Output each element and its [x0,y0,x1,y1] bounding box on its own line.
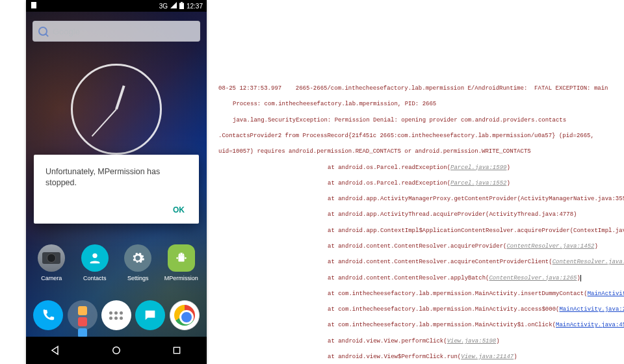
android-icon [168,244,195,272]
app-camera[interactable]: Camera [32,244,70,281]
log-line: at android.os.Parcel.readException(Parce… [218,164,619,172]
settings-icon [124,244,151,272]
log-line: at com.inthecheesefactory.lab.mpermissio… [218,306,619,313]
favorites-tray [26,300,207,330]
svg-rect-5 [178,255,184,261]
app-label: Settings [119,275,157,281]
svg-point-6 [176,257,178,259]
log-line: at android.content.ContentResolver.acqui… [218,242,619,250]
search-icon [38,27,47,36]
svg-marker-1 [170,2,177,8]
app-contacts[interactable]: Contacts [76,244,114,281]
svg-point-11 [113,347,120,354]
svg-rect-3 [179,3,184,9]
svg-point-7 [185,257,187,259]
clock-widget[interactable] [71,64,162,155]
messenger-app[interactable] [135,300,165,330]
svg-rect-0 [31,2,36,8]
log-line: uid=10057) requires android.permission.R… [218,148,619,155]
app-label: Camera [32,275,70,281]
app-label: Contacts [76,275,114,281]
log-line: at android.app.ActivityManagerProxy.getC… [218,195,619,203]
log-line: at android.view.View.performClick(View.j… [218,337,619,345]
camera-icon [38,244,65,272]
clock-label: 12:37 [187,3,203,10]
log-line: at android.os.Parcel.readException(Parce… [218,179,619,187]
source-link[interactable]: MainActivity.java:167 [588,291,624,297]
app-settings[interactable]: Settings [119,244,157,281]
source-link[interactable]: MainActivity.java:26 [559,306,624,313]
signal-icon [170,2,177,10]
log-line: java.lang.SecurityException: Permission … [218,116,619,124]
svg-point-9 [182,254,183,254]
all-apps-button[interactable] [101,300,131,330]
navigation-bar [26,337,207,364]
ok-button[interactable]: OK [170,202,187,218]
app-label: MPermission [162,275,200,281]
crash-dialog: Unfortunately, MPermission has stopped. … [34,155,199,224]
logcat-output: 08-25 12:37:53.997 2665-2665/com.inthech… [218,77,619,364]
svg-point-8 [179,254,180,254]
log-line: at android.view.View$PerformClick.run(Vi… [218,353,619,361]
status-bar: 3G 12:37 [26,0,207,12]
app-mpermission[interactable]: MPermission [162,244,200,281]
google-search-bar[interactable]: Google [32,21,200,42]
app-row: Camera Contacts Settings MPermission [26,244,207,281]
log-line: at android.app.ContextImpl$ApplicationCo… [218,227,619,235]
log-line: at android.content.ContentResolver.apply… [218,274,619,282]
battery-icon [179,2,184,10]
android-phone: 3G 12:37 Google Unfortunately, MPermissi… [26,0,207,364]
source-link[interactable]: MainActivity.java:45 [556,322,624,328]
recents-button[interactable] [170,343,184,358]
network-label: 3G [159,3,168,10]
chrome-app[interactable] [170,300,200,330]
log-line: at com.inthecheesefactory.lab.mpermissio… [218,321,619,329]
log-line: Process: com.inthecheesefactory.lab.mper… [218,100,619,108]
home-screen: Google Unfortunately, MPermission has st… [26,12,207,337]
log-line: at android.content.ContentResolver.acqui… [218,258,619,266]
log-line: .ContactsProvider2 from ProcessRecord{21… [218,132,619,140]
svg-marker-10 [52,346,58,354]
notification-icon [30,2,38,10]
google-folder[interactable] [68,300,98,330]
back-button[interactable] [49,343,63,358]
phone-app[interactable] [33,300,63,330]
log-line: at com.inthecheesefactory.lab.mpermissio… [218,290,619,298]
svg-point-4 [92,254,97,258]
svg-rect-12 [174,347,179,353]
search-placeholder: Google [53,27,80,36]
log-line: 08-25 12:37:53.997 2665-2665/com.inthech… [218,84,619,92]
log-line: at android.app.ActivityThread.acquirePro… [218,211,619,218]
home-button[interactable] [109,343,124,358]
contacts-icon [81,244,109,272]
svg-rect-2 [181,2,183,3]
dialog-message: Unfortunately, MPermission has stopped. [46,166,187,188]
